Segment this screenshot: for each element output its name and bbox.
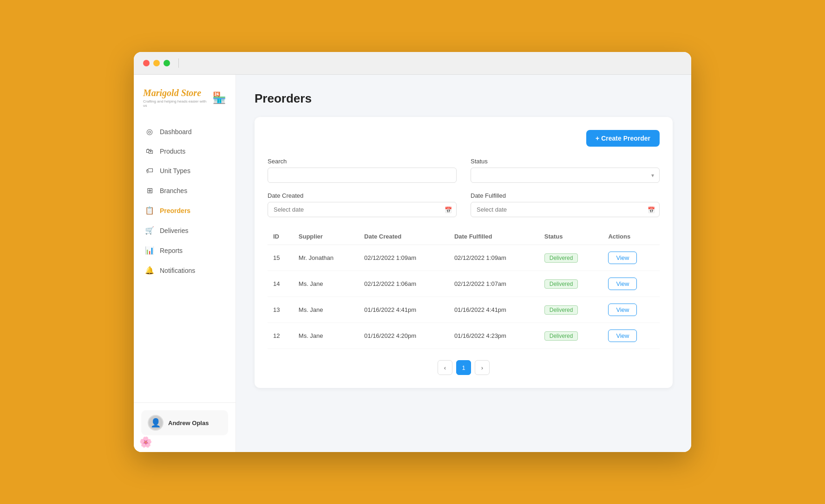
branches-icon: ⊞ <box>145 186 154 195</box>
sidebar-item-preorders[interactable]: 📋 Preorders <box>134 200 236 220</box>
sidebar-item-label: Branches <box>160 187 187 194</box>
status-label: Status <box>471 158 660 165</box>
user-name: Andrew Oplas <box>168 420 209 426</box>
search-filter-group: Search <box>268 158 457 183</box>
titlebar-divider <box>178 58 179 68</box>
cell-supplier: Ms. Jane <box>293 271 359 297</box>
status-badge: Delivered <box>544 253 578 263</box>
col-header-status: Status <box>539 228 603 245</box>
sidebar-item-notifications[interactable]: 🔔 Notifications <box>134 260 236 280</box>
cell-status: Delivered <box>539 323 603 349</box>
col-header-date-created: Date Created <box>359 228 449 245</box>
status-badge: Delivered <box>544 305 578 315</box>
table-row: 13 Ms. Jane 01/16/2022 4:41pm 01/16/2022… <box>268 297 660 323</box>
col-header-date-fulfilled: Date Fulfilled <box>449 228 539 245</box>
table-body: 15 Mr. Jonathan 02/12/2022 1:09am 02/12/… <box>268 245 660 349</box>
sidebar-item-label: Notifications <box>160 267 195 274</box>
pagination: ‹ 1 › <box>268 360 660 375</box>
cell-status: Delivered <box>539 245 603 271</box>
maximize-button[interactable] <box>164 60 170 66</box>
browser-window: Marigold Store Crafting and helping head… <box>134 52 691 452</box>
deliveries-icon: 🛒 <box>145 226 154 235</box>
cell-date-created: 02/12/2022 1:06am <box>359 271 449 297</box>
preorders-table: ID Supplier Date Created Date Fulfilled … <box>268 228 660 349</box>
sidebar-item-products[interactable]: 🛍 Products <box>134 142 236 161</box>
cell-date-created: 01/16/2022 4:41pm <box>359 297 449 323</box>
sidebar-item-branches[interactable]: ⊞ Branches <box>134 181 236 200</box>
next-page-button[interactable]: › <box>475 360 490 375</box>
products-icon: 🛍 <box>145 147 154 155</box>
cell-date-created: 01/16/2022 4:20pm <box>359 323 449 349</box>
app-layout: Marigold Store Crafting and helping head… <box>134 75 691 452</box>
sidebar: Marigold Store Crafting and helping head… <box>134 75 236 452</box>
sidebar-item-unit-types[interactable]: 🏷 Unit Types <box>134 161 236 181</box>
status-badge: Delivered <box>544 331 578 341</box>
close-button[interactable] <box>143 60 150 66</box>
reports-icon: 📊 <box>145 246 154 255</box>
date-created-label: Date Created <box>268 192 457 199</box>
sidebar-item-label: Unit Types <box>160 167 190 174</box>
sidebar-item-label: Deliveries <box>160 227 188 234</box>
table-row: 14 Ms. Jane 02/12/2022 1:06am 02/12/2022… <box>268 271 660 297</box>
col-header-supplier: Supplier <box>293 228 359 245</box>
logo-text: Marigold Store <box>143 88 210 98</box>
dashboard-icon: ◎ <box>145 127 154 136</box>
view-button[interactable]: View <box>608 330 637 342</box>
date-created-wrapper <box>268 202 457 217</box>
status-select[interactable]: Delivered Pending <box>471 168 660 183</box>
logo-area: Marigold Store Crafting and helping head… <box>134 75 236 117</box>
flower-icon: 🌸 <box>139 436 152 448</box>
cell-actions: View <box>602 323 660 349</box>
logo-subtitle: Crafting and helping heads easier with u… <box>143 99 210 108</box>
status-select-wrapper: Delivered Pending <box>471 168 660 183</box>
cell-status: Delivered <box>539 297 603 323</box>
page-1-button[interactable]: 1 <box>456 360 471 375</box>
cell-supplier: Mr. Jonathan <box>293 245 359 271</box>
cell-date-fulfilled: 01/16/2022 4:41pm <box>449 297 539 323</box>
cell-actions: View <box>602 245 660 271</box>
view-button[interactable]: View <box>608 252 637 264</box>
page-title: Preorders <box>255 91 673 106</box>
date-created-input[interactable] <box>268 202 457 217</box>
filters-row: Search Status Delivered Pending <box>268 158 660 217</box>
sidebar-item-deliveries[interactable]: 🛒 Deliveries <box>134 220 236 240</box>
minimize-button[interactable] <box>153 60 160 66</box>
logo-icon: 🏪 <box>212 91 226 104</box>
notifications-icon: 🔔 <box>145 266 154 275</box>
sidebar-item-dashboard[interactable]: ◎ Dashboard <box>134 122 236 142</box>
date-created-filter-group: Date Created <box>268 192 457 217</box>
sidebar-item-label: Dashboard <box>160 128 192 136</box>
cell-status: Delivered <box>539 271 603 297</box>
sidebar-item-label: Preorders <box>160 207 190 214</box>
cell-date-fulfilled: 02/12/2022 1:07am <box>449 271 539 297</box>
status-filter-group: Status Delivered Pending <box>471 158 660 183</box>
cell-actions: View <box>602 271 660 297</box>
sidebar-item-label: Reports <box>160 247 183 254</box>
cell-id: 14 <box>268 271 293 297</box>
sidebar-nav: ◎ Dashboard 🛍 Products 🏷 Unit Types ⊞ Br… <box>134 117 236 402</box>
col-header-actions: Actions <box>602 228 660 245</box>
cell-id: 15 <box>268 245 293 271</box>
date-fulfilled-wrapper <box>471 202 660 217</box>
unit-types-icon: 🏷 <box>145 167 154 175</box>
create-preorder-button[interactable]: + Create Preorder <box>586 130 660 147</box>
content-card: + Create Preorder Search Status Delivere… <box>255 117 673 388</box>
main-content: Preorders + Create Preorder Search Statu… <box>236 75 691 452</box>
top-bar: + Create Preorder <box>268 130 660 147</box>
cell-id: 12 <box>268 323 293 349</box>
view-button[interactable]: View <box>608 304 637 316</box>
search-input[interactable] <box>268 168 457 183</box>
sidebar-item-reports[interactable]: 📊 Reports <box>134 240 236 260</box>
view-button[interactable]: View <box>608 278 637 290</box>
cell-supplier: Ms. Jane <box>293 323 359 349</box>
status-badge: Delivered <box>544 279 578 289</box>
cell-actions: View <box>602 297 660 323</box>
cell-date-created: 02/12/2022 1:09am <box>359 245 449 271</box>
cell-date-fulfilled: 02/12/2022 1:09am <box>449 245 539 271</box>
prev-page-button[interactable]: ‹ <box>438 360 452 375</box>
date-fulfilled-input[interactable] <box>471 202 660 217</box>
date-fulfilled-filter-group: Date Fulfilled <box>471 192 660 217</box>
cell-id: 13 <box>268 297 293 323</box>
user-card[interactable]: 👤 Andrew Oplas <box>141 410 228 435</box>
sidebar-item-label: Products <box>160 148 185 155</box>
